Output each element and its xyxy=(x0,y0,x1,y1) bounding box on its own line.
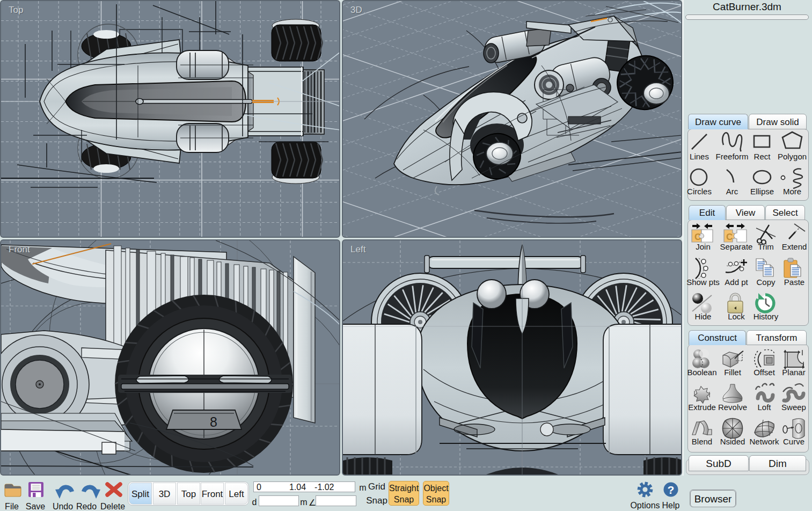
svg-text:8: 8 xyxy=(210,414,217,429)
svg-text:Front: Front xyxy=(9,244,30,254)
svg-text:C: C xyxy=(726,232,733,242)
svg-text:?: ? xyxy=(668,484,675,496)
svg-text:3D: 3D xyxy=(350,5,362,15)
svg-text:Top: Top xyxy=(9,5,23,15)
svg-text:Left: Left xyxy=(350,244,366,254)
svg-text:C: C xyxy=(694,232,701,242)
